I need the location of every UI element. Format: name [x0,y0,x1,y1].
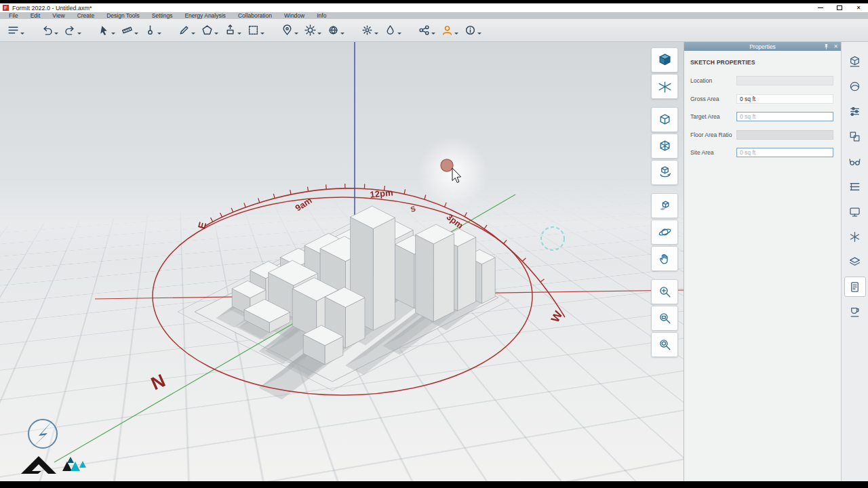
chevron-down-icon [397,33,401,35]
close-icon[interactable]: ✕ [849,3,868,12]
menu-create[interactable]: Create [71,12,101,19]
view-cube-button[interactable] [651,47,678,73]
chevron-down-icon [157,33,161,35]
chevron-down-icon [111,33,115,35]
plugins-button[interactable] [844,302,866,322]
navigation-compass[interactable] [28,420,57,448]
shadow-study-button[interactable] [326,22,347,38]
sun-button[interactable] [302,22,323,38]
zoom-extents-button[interactable] [651,332,678,357]
menu-energy-analysis[interactable]: Energy Analysis [178,12,231,19]
layers-button[interactable] [844,251,866,272]
groups-icon [848,130,861,143]
marquee-icon [248,24,259,36]
building[interactable] [416,224,454,322]
globe-icon [328,24,339,36]
main-menu-button[interactable] [5,22,26,38]
account-button[interactable] [439,22,460,38]
share-icon [418,24,430,36]
scenes-button[interactable] [844,201,866,222]
location-field[interactable] [736,76,833,85]
time-label-9am: 9am [294,195,314,214]
orbit-button[interactable] [651,220,678,245]
target-area-field[interactable] [736,112,833,121]
box-rotate-button[interactable] [651,160,678,185]
level-button[interactable] [142,22,163,38]
cube-shadow-button[interactable] [651,193,678,218]
chevron-down-icon [214,33,218,35]
west-label: W [549,308,566,325]
notes-button[interactable] [844,277,866,297]
marquee-select-button[interactable] [245,22,267,38]
minimize-icon[interactable] [811,3,830,12]
settings-button[interactable] [359,22,380,38]
app-window: F FormIt 2022.0 - Untitled.axm* ✕ File E… [0,0,868,488]
sketch-properties-section: SKETCH PROPERTIES Location Gross Area Ta… [684,51,841,157]
shapes-button[interactable] [199,22,220,38]
gear-icon [361,24,373,36]
chevron-down-icon [317,33,321,35]
menu-settings[interactable]: Settings [146,12,179,19]
letterbox-bottom [0,481,868,488]
field-row-location: Location [690,76,833,85]
extrude-button[interactable] [222,22,243,38]
sun-marker[interactable] [441,159,453,171]
levels-button[interactable] [844,176,866,197]
sketch-grid-button[interactable] [651,74,678,99]
scene-canvas[interactable]: 9am 12pm 3pm E W N S [0,42,684,481]
site-area-field[interactable] [736,148,833,157]
menu-edit[interactable]: Edit [24,12,47,19]
adjustments-button[interactable] [844,101,866,121]
maximize-icon[interactable] [830,3,849,12]
scenes-icon [848,205,861,218]
redo-button[interactable] [62,22,83,38]
sun-icon [304,24,316,36]
menu-collaboration[interactable]: Collaboration [232,12,278,19]
box-xray-button[interactable] [651,107,678,132]
groups-button[interactable] [844,126,866,146]
share-button[interactable] [416,22,437,38]
zoom-window-button[interactable] [651,306,678,331]
levels-icon [848,180,861,193]
panel-close-icon[interactable]: ✕ [833,43,838,49]
chevron-down-icon [431,33,435,35]
pencil-icon [178,24,190,36]
chevron-down-icon [237,33,241,35]
orbit-icon [658,225,672,239]
pan-button[interactable] [651,246,678,271]
material-button[interactable] [382,22,403,38]
gross-area-field[interactable] [736,94,833,104]
extrude-icon [224,24,236,36]
pin-icon[interactable] [823,43,829,49]
location-button[interactable] [279,22,300,38]
chevron-down-icon [374,33,378,35]
draw-button[interactable] [176,22,197,38]
measure-button[interactable] [119,22,140,38]
info-button[interactable] [462,22,484,38]
ruler-icon [121,24,133,36]
field-label: Site Area [690,149,736,156]
select-button[interactable] [96,22,117,38]
chevron-down-icon [260,33,264,35]
undo-button[interactable] [39,22,60,38]
hexagon-icon [201,24,213,36]
floor-area-ratio-field[interactable] [736,130,833,140]
menu-view[interactable]: View [46,12,71,19]
materials-button[interactable] [844,76,866,96]
window-controls: ✕ [811,3,868,12]
3d-viewport[interactable]: 9am 12pm 3pm E W N S [0,42,684,481]
sun-settings-button[interactable] [844,226,866,247]
content-library-button[interactable] [844,51,866,71]
box-solid-button[interactable] [651,134,678,159]
chevron-down-icon [77,33,81,35]
formit-logo [62,457,86,471]
menu-design-tools[interactable]: Design Tools [100,12,146,19]
properties-panel-header[interactable]: Properties ✕ [684,42,841,51]
time-label-3pm: 3pm [445,211,465,230]
view-cube-icon [658,53,672,67]
zoom-in-button[interactable] [651,279,678,304]
menu-file[interactable]: File [3,12,24,19]
menu-window[interactable]: Window [278,12,311,19]
menu-info[interactable]: Info [311,12,332,19]
visibility-button[interactable] [844,151,866,171]
